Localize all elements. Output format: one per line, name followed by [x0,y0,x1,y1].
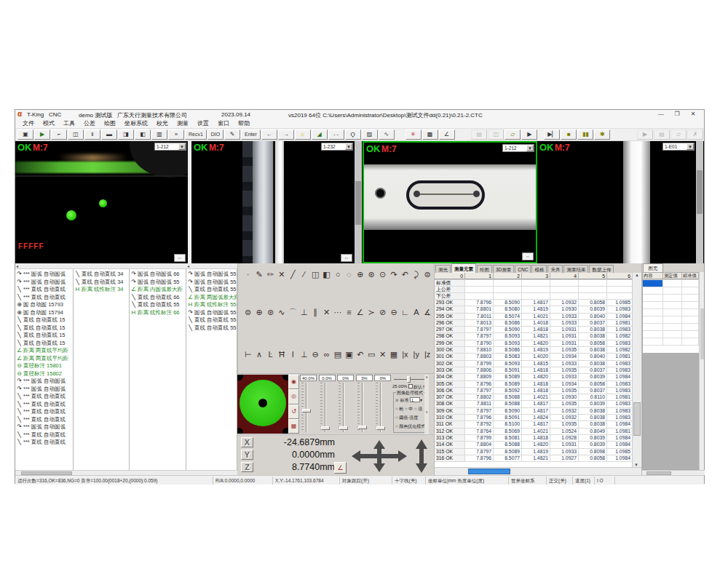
tool-icon[interactable]: ↶ [355,349,365,360]
caliper-button[interactable]: ◧ [135,129,151,140]
camera3-mode-select[interactable]: 1-212▼ [502,144,534,152]
columns-button[interactable]: ‖ [84,129,100,140]
result-row[interactable]: 307 OK7.88028.50881.40211.09300.81101.09… [435,394,633,401]
camera-view-3-selected[interactable]: OK M:7 1-212▼ ⇔ [363,141,537,263]
element-hscrollbar[interactable] [642,470,705,475]
tool-icon[interactable]: ✎ [253,269,264,280]
light-mode-button-3[interactable]: ▦ [288,419,299,434]
element-row[interactable] [643,331,699,338]
star-button[interactable]: ✳ [405,129,422,140]
step-button[interactable]: » [168,129,184,140]
light-button[interactable]: ☼ [295,129,311,140]
camera2-scrollbar[interactable] [355,141,362,263]
feature-list-item[interactable]: ⊕圆 自动圆 15793 [15,301,73,309]
light-slider-4[interactable]: 0% [373,375,392,434]
result-row[interactable]: 306 OK7.87978.50921.48181.09350.80371.09… [435,388,633,394]
slider-thumb[interactable] [339,426,348,430]
probe-down-button[interactable]: ◨ [118,129,134,140]
tool-icon[interactable]: ▤ [332,349,343,360]
feature-list-item[interactable]: ↷圆弧 自动圆弧 55 [186,279,237,287]
result-row[interactable]: 311 OK7.87928.51001.48171.09350.80381.09… [435,421,633,428]
processing-mode-option-0[interactable]: ⊙ 标准 1▾ [395,397,422,404]
feature-list-item[interactable]: H距离 线性标注 55 [186,301,237,309]
tool-icon[interactable]: · [242,269,253,280]
tool-icon[interactable]: ⊜ [422,269,433,280]
menu-item-4[interactable]: 绘图 [100,119,120,128]
results-tab-测光[interactable]: 测光 [435,265,451,273]
tool-icon[interactable]: ∠ [355,307,365,318]
minimize-button[interactable]: — [653,110,669,119]
results-hscrollbar[interactable] [435,467,642,475]
tool-icon[interactable]: ⊖ [309,349,320,360]
feature-list-item[interactable]: ∠距离 两圆弧最大距 [186,294,237,302]
tool-icon[interactable]: ↶ [400,269,411,280]
tool-icon[interactable]: ⊥ [298,349,309,360]
feature-list-item[interactable]: ↷*** 圆弧 自动圆弧 [15,279,73,287]
recv1-button[interactable]: Recv1 [185,129,207,140]
tool-icon[interactable]: ⋯ [332,307,343,318]
tool-icon[interactable]: Ħ [276,349,287,360]
execute-button[interactable]: ✱ [594,129,610,140]
title-bar[interactable]: α T-King CNC demo 测试版 广东天行测量技术有限公司 2023.… [15,110,704,119]
chart-button[interactable]: ∠ [439,129,455,140]
result-row[interactable]: 295 OK7.80118.50741.40211.09330.80401.09… [435,314,633,320]
result-row[interactable]: 309 OK7.87978.50901.48171.09320.80381.09… [435,408,633,415]
play-button[interactable]: ▶ [521,129,537,140]
slider-thumb[interactable] [321,426,330,430]
result-row[interactable]: 316 OK7.87968.50771.48211.09270.80581.09… [435,455,633,462]
result-row[interactable]: 302 OK7.87998.50931.48151.09330.80381.09… [435,361,633,367]
slider-thumb[interactable] [302,409,311,412]
tool-icon[interactable]: ⊥ [298,307,309,318]
tool-icon[interactable]: ⊘ [377,307,388,318]
feature-list-item[interactable]: ╲*** 直线 自动直线 [15,439,73,447]
tool-icon[interactable]: ▭ [365,349,376,360]
result-row[interactable]: 296 OK7.80138.50861.40181.09330.80371.09… [435,320,633,327]
arrow-right-button[interactable]: → [278,129,294,140]
tool-icon[interactable]: ⤸ [411,269,422,280]
feature-list-item[interactable]: ╲直线 自动直线 55 [186,324,237,332]
camera2-mode-select[interactable]: 1-232▼ [321,143,353,151]
result-row[interactable]: 294 OK7.88018.50801.48191.09300.80391.09… [435,306,633,313]
tool-icon[interactable]: ⊢ [242,349,253,360]
tool-icon[interactable]: ◧ [321,269,332,280]
save2-button[interactable]: ▤ [654,129,670,140]
feature-list-item[interactable]: ╲*** 直线 自动直线 [15,401,73,409]
feature-list-item[interactable]: ⊖直径标注 15802 [15,370,73,378]
processing-mode-option-1[interactable]: ○ 粗 ○ 中 ○ 强 [395,406,422,412]
maximize-button[interactable]: ❐ [669,110,685,119]
angle-jog-button[interactable]: ∠ [334,462,347,474]
element-row[interactable] [643,287,699,295]
camera2-resize-button[interactable]: ⇔ [341,254,352,262]
results-tab-测量元素[interactable]: 测量元素 [451,263,476,273]
xy-jog-arrows[interactable] [350,439,408,474]
dither-button[interactable]: ▩ [422,129,438,140]
feature-list-item[interactable]: ╲直线 自动直线 15 [15,332,73,340]
default-mode-checkbox[interactable] [408,384,413,388]
feature-list-item[interactable]: ↷圆弧 自动圆弧 55 [130,279,186,287]
feature-list-item[interactable]: ↷*** 圆弧 自动圆弧 [15,386,73,394]
brightness-slider-thumb[interactable] [407,376,411,383]
stage-view-button[interactable]: ◫ [68,129,84,140]
feature-list-item[interactable]: ╲直线 自动直线 34 [74,271,129,279]
processing-mode-option-2[interactable]: ○ 阈值-强度 [395,415,418,421]
menu-item-1[interactable]: 模式 [39,119,59,128]
tool-icon[interactable]: |z [422,349,433,360]
tool-icon[interactable]: ○ [332,269,343,280]
scroll-left-icon[interactable]: ◂ [16,263,18,268]
result-row[interactable]: 下公差 [435,293,633,300]
feature-list-item[interactable]: ╲直线 自动直线 15 [15,340,73,348]
dashes-button[interactable]: - - [328,129,344,140]
results-tab-绘图[interactable]: 绘图 [477,265,492,273]
enter-button[interactable]: Enter [241,129,261,140]
results-tab-3D测量[interactable]: 3D测量 [493,265,514,273]
tool-icon[interactable]: ✕ [377,349,388,360]
feature-list-item[interactable]: ╲*** 直线 自动直线 [15,393,73,401]
menu-item-5[interactable]: 坐标系统 [120,119,152,128]
result-row[interactable]: 303 OK7.88068.50911.48181.09350.80371.09… [435,367,633,374]
pen-button[interactable]: ✎ [224,129,240,140]
tools-button[interactable]: ✗ [687,129,703,140]
results-tab-模板[interactable]: 模板 [531,265,547,273]
feature-list-item[interactable]: ╲*** 直线 自动直线 [15,408,73,416]
tool-icon[interactable]: ⊕ [253,307,264,318]
tool-icon[interactable]: ✏ [265,269,276,280]
